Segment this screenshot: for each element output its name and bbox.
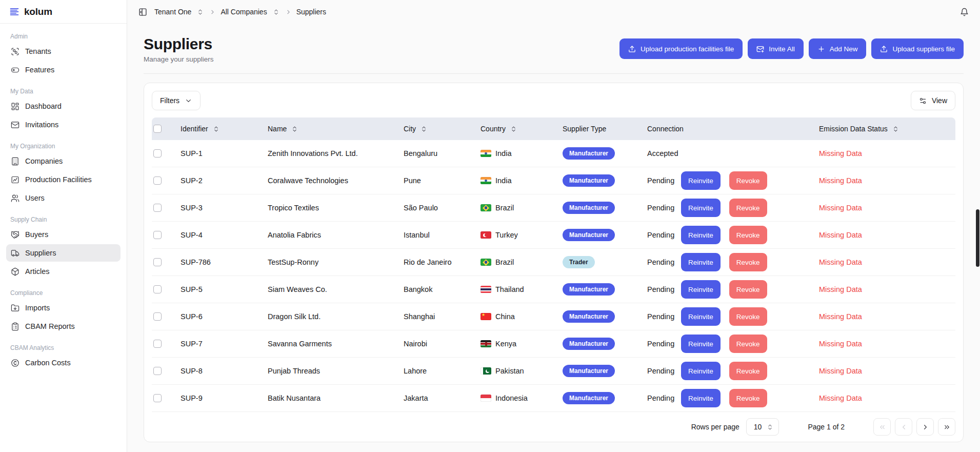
cn-flag-icon — [481, 313, 491, 320]
sidebar-item-features[interactable]: Features — [6, 61, 121, 78]
table-row-sup-786: SUP-786TestSup-RonnyRio de JaneiroBrazil… — [152, 249, 955, 276]
revoke-button[interactable]: Revoke — [729, 171, 767, 190]
sidebar-item-users[interactable]: Users — [6, 189, 121, 207]
upload-production-facilities-file-button[interactable]: Upload production facilities file — [619, 38, 743, 59]
select-all-checkbox[interactable] — [153, 125, 162, 133]
sidebar-item-cbam-reports[interactable]: CBAM Reports — [6, 318, 121, 335]
chevrons-left-icon — [878, 423, 886, 431]
page-title-block: Suppliers Manage your suppliers — [144, 35, 214, 63]
reinvite-button[interactable]: Reinvite — [681, 307, 721, 326]
reinvite-button[interactable]: Reinvite — [681, 226, 721, 244]
breadcrumb-selector-button[interactable] — [196, 8, 205, 16]
sidebar-item-imports[interactable]: Imports — [6, 299, 121, 317]
row-checkbox-cell — [152, 367, 175, 375]
cell-name: Anatolia Fabrics — [263, 231, 398, 239]
column-label: Emission Data Status — [819, 125, 888, 133]
sidebar-item-suppliers[interactable]: Suppliers — [6, 244, 121, 262]
revoke-button[interactable]: Revoke — [729, 307, 767, 326]
sidebar-item-carbon-costs[interactable]: Carbon Costs — [6, 354, 121, 371]
reinvite-button[interactable]: Reinvite — [681, 362, 721, 380]
breadcrumb-item-all-companies[interactable]: All Companies — [221, 8, 267, 16]
column-header-emission[interactable]: Emission Data Status — [819, 125, 899, 133]
sidebar-item-label: Articles — [25, 267, 50, 276]
supplier-type-badge: Manufacturer — [563, 229, 615, 241]
sidebar-item-production-facilities[interactable]: Production Facilities — [6, 171, 121, 188]
breadcrumb-item-suppliers[interactable]: Suppliers — [296, 8, 326, 16]
sidebar-item-dashboard[interactable]: Dashboard — [6, 97, 121, 115]
reinvite-button[interactable]: Reinvite — [681, 389, 721, 407]
sidebar-section: My DataDashboardInvitations — [0, 85, 127, 133]
row-checkbox[interactable] — [153, 367, 162, 375]
scrollbar-thumb[interactable] — [976, 209, 979, 267]
invite-all-button[interactable]: Invite All — [748, 38, 803, 59]
cell-identifier: SUP-2 — [175, 176, 263, 185]
row-checkbox[interactable] — [153, 149, 162, 158]
revoke-button[interactable]: Revoke — [729, 335, 767, 353]
revoke-button[interactable]: Revoke — [729, 362, 767, 380]
reinvite-button[interactable]: Reinvite — [681, 335, 721, 353]
row-checkbox[interactable] — [153, 312, 162, 321]
prev-page-button — [895, 418, 912, 436]
revoke-button[interactable]: Revoke — [729, 226, 767, 244]
row-checkbox[interactable] — [153, 394, 162, 402]
filters-button-label: Filters — [160, 96, 179, 105]
articles-icon — [11, 267, 19, 276]
upload-suppliers-file-button[interactable]: Upload suppliers file — [871, 38, 964, 59]
column-header-name[interactable]: Name — [268, 125, 298, 133]
reinvite-button[interactable]: Reinvite — [681, 171, 721, 190]
page-header: Suppliers Manage your suppliers Upload p… — [144, 35, 964, 63]
row-checkbox[interactable] — [153, 204, 162, 212]
name-value: Tropico Textiles — [268, 204, 319, 212]
breadcrumb-item-tenant-one[interactable]: Tenant One — [154, 8, 191, 16]
revoke-button[interactable]: Revoke — [729, 280, 767, 299]
revoke-button[interactable]: Revoke — [729, 389, 767, 407]
emission-status-value: Missing Data — [819, 258, 862, 266]
sort-icon — [421, 126, 427, 132]
row-checkbox[interactable] — [153, 176, 162, 185]
add-new-button[interactable]: Add New — [809, 38, 867, 59]
sidebar-item-articles[interactable]: Articles — [6, 263, 121, 280]
pagination-controls — [873, 418, 955, 436]
sidebar-nav: AdminTenantsFeaturesMy DataDashboardInvi… — [0, 30, 127, 371]
reinvite-button[interactable]: Reinvite — [681, 253, 721, 271]
city-value: Istanbul — [404, 231, 430, 239]
filters-button[interactable]: Filters — [152, 91, 201, 110]
pk-flag-icon — [481, 367, 491, 375]
reinvite-button[interactable]: Reinvite — [681, 280, 721, 299]
sidebar-item-companies[interactable]: Companies — [6, 152, 121, 170]
reinvite-button[interactable]: Reinvite — [681, 199, 721, 217]
cell-city: Jakarta — [398, 394, 475, 402]
name-value: Savanna Garments — [268, 340, 332, 348]
breadcrumb-selector-button[interactable] — [272, 8, 281, 16]
cell-city: Rio de Janeiro — [398, 258, 475, 266]
country-value: Indonesia — [495, 394, 528, 402]
view-button[interactable]: View — [911, 91, 955, 110]
revoke-button[interactable]: Revoke — [729, 199, 767, 217]
cell-country: Turkey — [475, 231, 557, 239]
column-header-identifier[interactable]: Identifier — [181, 125, 219, 133]
sidebar-toggle-button[interactable] — [137, 6, 149, 18]
cell-city: Pune — [398, 176, 475, 185]
row-checkbox[interactable] — [153, 285, 162, 293]
rows-per-page-select[interactable]: 10 — [746, 418, 779, 436]
column-label: Supplier Type — [563, 125, 606, 133]
sidebar-item-tenants[interactable]: Tenants — [6, 43, 121, 60]
row-checkbox[interactable] — [153, 258, 162, 266]
notifications-button[interactable] — [958, 6, 970, 18]
sidebar-item-buyers[interactable]: Buyers — [6, 226, 121, 243]
last-page-button[interactable] — [938, 418, 955, 436]
cell-connection: PendingReinviteRevoke — [642, 253, 814, 271]
next-page-button[interactable] — [916, 418, 934, 436]
column-header-country[interactable]: Country — [481, 125, 517, 133]
sidebar-item-invitations[interactable]: Invitations — [6, 116, 121, 133]
cell-identifier: SUP-1 — [175, 149, 263, 158]
row-checkbox[interactable] — [153, 340, 162, 348]
column-emission: Emission Data Status — [814, 125, 955, 133]
buyers-icon — [11, 230, 19, 239]
supplier-type-badge: Manufacturer — [563, 174, 615, 187]
sort-icon — [892, 126, 899, 132]
column-header-city[interactable]: City — [404, 125, 427, 133]
cbam-reports-icon — [11, 322, 19, 331]
row-checkbox[interactable] — [153, 231, 162, 239]
revoke-button[interactable]: Revoke — [729, 253, 767, 271]
